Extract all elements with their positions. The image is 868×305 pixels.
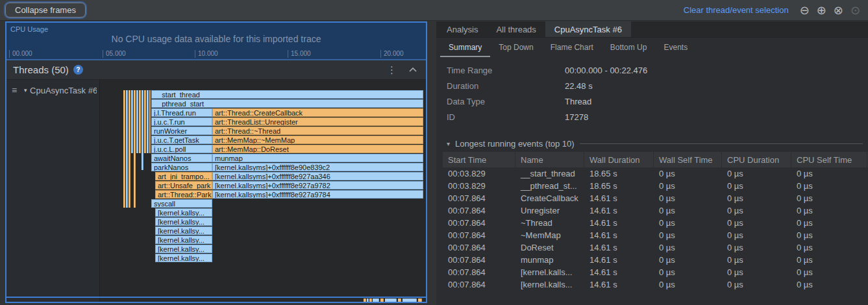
- flame-bar[interactable]: art::Thread::Park: [155, 190, 212, 199]
- clear-selection-link[interactable]: Clear thread/event selection: [684, 5, 789, 15]
- flame-bar[interactable]: [kernel.kallsy...: [155, 236, 212, 244]
- axis-tick: 00.000: [9, 50, 32, 58]
- subtab-top-down[interactable]: Top Down: [490, 38, 541, 57]
- flame-micro-bar[interactable]: [403, 299, 417, 302]
- flame-bar[interactable]: j.u.c.T.run: [151, 117, 212, 126]
- cpu-usage-track[interactable]: CPU Usage No CPU usage data available fo…: [6, 23, 426, 60]
- flame-micro-bar[interactable]: [123, 90, 125, 208]
- flame-bar[interactable]: syscall: [151, 199, 212, 208]
- flame-bar[interactable]: [kernel.kallsyms]+0xffffff8e927aa346: [212, 172, 423, 180]
- flame-micro-bar[interactable]: [373, 299, 379, 302]
- tab-analysis[interactable]: Analysis: [438, 21, 487, 37]
- table-row[interactable]: 00:07.864~MemMap14.61 s0 µs0 µs0 µs: [443, 229, 868, 241]
- flame-bar[interactable]: art::ThreadList::Unregister: [212, 117, 423, 126]
- flame-micro-bar[interactable]: [367, 299, 369, 302]
- table-cell: 0 µs: [722, 278, 791, 291]
- overflow-menu-icon[interactable]: ⋮: [387, 64, 397, 76]
- subtab-flame-chart[interactable]: Flame Chart: [542, 38, 602, 57]
- column-header-cpu-self-time[interactable]: CPU Self Time: [791, 152, 867, 167]
- reset-zoom-icon[interactable]: ⊗: [834, 5, 843, 16]
- flame-bar[interactable]: art::Thread::CreateCallback: [212, 108, 423, 117]
- flame-micro-bar[interactable]: [418, 299, 422, 302]
- flame-bar[interactable]: [kernel.kallsy...: [155, 217, 212, 226]
- flame-micro-bar[interactable]: [136, 90, 138, 153]
- tab-all-threads[interactable]: All threads: [487, 21, 545, 37]
- subtab-bottom-up[interactable]: Bottom Up: [602, 38, 656, 57]
- flame-bar[interactable]: art::Unsafe_park: [155, 181, 212, 189]
- flame-micro-bar[interactable]: [144, 90, 146, 153]
- table-cell: 14.61 s: [584, 254, 654, 266]
- flame-micro-bar[interactable]: [129, 90, 130, 208]
- table-cell: ~Thread: [515, 217, 584, 229]
- flame-micro-bar[interactable]: [142, 90, 143, 170]
- flame-bar[interactable]: __pthread_start: [151, 99, 423, 108]
- drag-handle-icon[interactable]: ≡: [12, 85, 17, 95]
- flame-bar[interactable]: [kernel.kallsy...: [155, 226, 212, 235]
- tab-cpuasynctask-6[interactable]: CpuAsyncTask #6: [545, 21, 631, 37]
- table-row[interactable]: 00:07.864DoReset14.61 s0 µs0 µs0 µs: [443, 241, 868, 254]
- table-row[interactable]: 00:07.864Unregister14.61 s0 µs0 µs0 µs: [443, 204, 868, 217]
- flame-bar[interactable]: j.u.c.T.getTask: [151, 136, 212, 144]
- collapse-frames-button[interactable]: Collapse frames: [5, 3, 86, 18]
- flame-chart[interactable]: __start_thread__pthread_startj.l.Thread.…: [100, 80, 426, 302]
- flame-bar[interactable]: art_jni_trampo...: [155, 172, 212, 180]
- flame-bar[interactable]: j.l.Thread.run: [151, 108, 212, 117]
- column-header-wall-duration[interactable]: Wall Duration: [584, 152, 654, 167]
- collapse-section-chevron-icon[interactable]: [409, 67, 417, 72]
- flame-bar[interactable]: parkNanos: [151, 163, 212, 171]
- summary-value: 22.48 s: [565, 81, 593, 91]
- column-header-cpu-duration[interactable]: CPU Duration: [722, 152, 791, 167]
- table-cell: 0 µs: [722, 241, 791, 254]
- flame-bar[interactable]: art::MemMap::~MemMap: [212, 136, 423, 144]
- expand-triangle-icon[interactable]: ▼: [23, 88, 28, 93]
- flame-bar[interactable]: [kernel.kallsyms]+0xffffff8e927a9784: [212, 190, 423, 199]
- flame-bar[interactable]: [kernel.kallsyms]+0xffffff8e927a9782: [212, 181, 423, 189]
- flame-bar[interactable]: art::MemMap::DoReset: [212, 145, 423, 153]
- table-cell: 0 µs: [791, 180, 867, 192]
- flame-micro-bar[interactable]: [139, 90, 141, 153]
- flame-micro-bar[interactable]: [364, 299, 366, 302]
- flame-micro-bar[interactable]: [126, 90, 128, 208]
- flame-bar[interactable]: awaitNanos: [151, 154, 212, 162]
- flame-micro-bar[interactable]: [380, 299, 384, 302]
- help-icon[interactable]: ?: [73, 65, 83, 75]
- events-section-header[interactable]: ▾ Longest running events (top 10): [447, 135, 863, 152]
- table-cell: 0 µs: [791, 266, 867, 278]
- flame-bar[interactable]: art::Thread::~Thread: [212, 127, 423, 135]
- subtab-events[interactable]: Events: [655, 38, 696, 57]
- flame-micro-bar[interactable]: [369, 299, 372, 302]
- flame-bar[interactable]: __start_thread: [151, 90, 423, 99]
- table-row[interactable]: 00:07.864[kernel.kalls...14.61 s0 µs0 µs…: [443, 266, 868, 278]
- flame-bar[interactable]: runWorker: [151, 127, 212, 135]
- column-header-name[interactable]: Name: [515, 152, 584, 167]
- flame-micro-bar[interactable]: [134, 90, 136, 208]
- column-header-wall-self-time[interactable]: Wall Self Time: [654, 152, 722, 167]
- table-row[interactable]: 00:03.829__pthread_st...18.65 s0 µs0 µs0…: [443, 180, 868, 192]
- flame-micro-bar[interactable]: [149, 90, 151, 153]
- subtab-summary[interactable]: Summary: [440, 38, 490, 57]
- zoom-in-icon[interactable]: ⊕: [817, 5, 826, 16]
- table-row[interactable]: 00:07.864[kernel.kalls...14.61 s0 µs0 µs…: [443, 278, 868, 291]
- flame-bar[interactable]: [kernel.kallsyms]+0xffffff8e90e839c2: [212, 163, 423, 171]
- thread-row[interactable]: ≡ ▼ CpuAsyncTask #6: [12, 85, 97, 95]
- flame-micro-bar[interactable]: [147, 90, 149, 153]
- flame-bar[interactable]: munmap: [212, 154, 423, 162]
- zoom-to-selection-icon[interactable]: ⊙: [850, 5, 860, 16]
- column-header-start-time[interactable]: Start Time: [443, 152, 515, 167]
- table-cell: 00:07.864: [443, 254, 515, 266]
- table-row[interactable]: 00:03.829__start_thread18.65 s0 µs0 µs0 …: [443, 167, 868, 180]
- summary-value: 17278: [565, 112, 588, 122]
- flame-bar[interactable]: [kernel.kallsy...: [155, 245, 212, 253]
- flame-micro-bar[interactable]: [131, 90, 133, 153]
- table-row[interactable]: 00:07.864~Thread14.61 s0 µs0 µs0 µs: [443, 217, 868, 229]
- table-cell: 0 µs: [654, 192, 722, 204]
- table-cell: 0 µs: [722, 192, 791, 204]
- zoom-out-icon[interactable]: ⊖: [800, 5, 810, 16]
- flame-bar[interactable]: j.u.c.L.poll: [151, 145, 212, 153]
- table-row[interactable]: 00:07.864munmap14.61 s0 µs0 µs0 µs: [443, 254, 868, 266]
- table-row[interactable]: 00:07.864CreateCallback14.61 s0 µs0 µs0 …: [443, 192, 868, 204]
- flame-micro-bar[interactable]: [398, 299, 401, 302]
- flame-micro-bar[interactable]: [385, 299, 397, 302]
- flame-bar[interactable]: [kernel.kallsy...: [155, 254, 212, 262]
- flame-bar[interactable]: [kernel.kallsy...: [155, 208, 212, 217]
